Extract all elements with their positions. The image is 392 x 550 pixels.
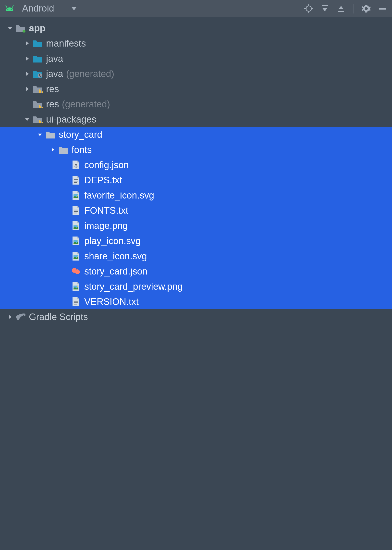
svg-point-3	[11, 9, 12, 10]
tree-node-java[interactable]: java	[0, 51, 392, 66]
svg-rect-11	[379, 8, 386, 10]
chevron-down-icon[interactable]	[35, 132, 45, 138]
tree-node-play-icon-svg[interactable]: play_icon.svg	[0, 233, 392, 249]
figma-file-icon	[71, 266, 81, 277]
tree-node-story-card[interactable]: story_card	[0, 127, 392, 142]
tree-node-res[interactable]: res	[0, 81, 392, 97]
tree-node-config-json[interactable]: {} config.json	[0, 157, 392, 173]
tree-node-app[interactable]: app	[0, 21, 392, 36]
chevron-right-icon[interactable]	[48, 147, 58, 153]
tree-node-res-generated[interactable]: res (generated)	[0, 97, 392, 112]
svg-point-2	[7, 9, 8, 10]
chevron-right-icon[interactable]	[22, 71, 32, 77]
image-file-icon	[71, 190, 81, 201]
tree-label: java	[46, 69, 63, 79]
text-file-icon	[71, 205, 81, 216]
svg-rect-18	[40, 106, 41, 108]
svg-rect-17	[39, 105, 40, 108]
folder-icon	[32, 53, 43, 64]
chevron-down-icon[interactable]	[5, 25, 15, 31]
text-file-icon	[71, 175, 81, 186]
svg-text:{}: {}	[74, 163, 78, 168]
tree-label: story_card.json	[84, 266, 147, 277]
tree-node-gradle-scripts[interactable]: Gradle Scripts	[0, 309, 392, 325]
svg-point-37	[77, 256, 78, 257]
tree-label: FONTS.txt	[84, 205, 128, 216]
generated-folder-icon	[32, 68, 43, 79]
toolbar-left: Android	[5, 3, 304, 14]
tree-label: share_icon.svg	[84, 251, 147, 262]
svg-rect-16	[42, 91, 43, 93]
tree-node-fonts-txt[interactable]: FONTS.txt	[0, 203, 392, 218]
tree-node-deps-txt[interactable]: DEPS.txt	[0, 173, 392, 188]
tree-label: fonts	[72, 145, 92, 155]
tree-node-story-card-preview-png[interactable]: story_card_preview.png	[0, 279, 392, 294]
tree-node-favorite-icon-svg[interactable]: favorite_icon.svg	[0, 188, 392, 203]
json-file-icon: {}	[71, 160, 81, 170]
svg-point-41	[77, 286, 78, 287]
chevron-down-icon[interactable]	[22, 116, 32, 122]
svg-point-45	[22, 317, 23, 318]
text-file-icon	[71, 296, 81, 307]
tree-suffix: (generated)	[62, 99, 110, 110]
tree-label: image.png	[84, 221, 128, 231]
svg-rect-22	[42, 122, 43, 123]
svg-point-35	[77, 240, 78, 241]
folder-icon	[58, 144, 69, 155]
tree-label: ui-packages	[46, 114, 96, 125]
image-file-icon	[71, 220, 81, 231]
tree-node-share-icon-svg[interactable]: share_icon.svg	[0, 249, 392, 264]
toolbar-separator	[354, 4, 354, 13]
svg-point-28	[77, 195, 78, 196]
project-tree: app manifests java	[0, 17, 392, 325]
svg-point-39	[75, 269, 80, 274]
svg-line-1	[12, 5, 13, 7]
tree-node-image-png[interactable]: image.png	[0, 218, 392, 233]
project-toolbar: Android	[0, 0, 392, 17]
chevron-right-icon[interactable]	[22, 86, 32, 92]
chevron-right-icon[interactable]	[22, 40, 32, 46]
chevron-placeholder	[22, 101, 32, 107]
tree-node-java-generated[interactable]: java (generated)	[0, 66, 392, 81]
collapse-down-icon[interactable]	[320, 4, 330, 13]
folder-icon	[45, 129, 56, 140]
tree-label: res	[46, 84, 59, 94]
tree-label: res	[46, 99, 59, 110]
tree-node-fonts[interactable]: fonts	[0, 142, 392, 157]
tree-node-story-card-json[interactable]: story_card.json	[0, 264, 392, 279]
tree-node-version-txt[interactable]: VERSION.txt	[0, 294, 392, 309]
tree-label: manifests	[46, 38, 86, 49]
svg-line-0	[6, 5, 7, 7]
svg-point-33	[77, 225, 78, 226]
tree-node-manifests[interactable]: manifests	[0, 36, 392, 51]
image-file-icon	[71, 251, 81, 262]
svg-rect-20	[39, 120, 40, 123]
tree-label: story_card_preview.png	[84, 281, 183, 292]
view-selector-label[interactable]: Android	[22, 3, 54, 14]
dropdown-triangle-icon[interactable]	[69, 4, 79, 13]
resource-folder-icon	[32, 114, 43, 125]
tree-node-ui-packages[interactable]: ui-packages	[0, 112, 392, 127]
tree-label: favorite_icon.svg	[84, 190, 154, 201]
folder-icon	[32, 38, 43, 49]
gear-icon[interactable]	[362, 4, 371, 13]
minimize-icon[interactable]	[378, 4, 387, 13]
tree-label: Gradle Scripts	[29, 312, 88, 322]
android-icon	[5, 4, 14, 13]
tree-label: app	[29, 23, 46, 34]
tree-label: config.json	[84, 160, 129, 170]
svg-rect-9	[322, 5, 328, 6]
resource-folder-icon	[32, 84, 43, 94]
tree-label: play_icon.svg	[84, 236, 141, 246]
chevron-right-icon[interactable]	[22, 56, 32, 62]
collapse-up-icon[interactable]	[336, 4, 346, 13]
svg-rect-10	[338, 11, 344, 12]
toolbar-right	[304, 4, 387, 13]
target-icon[interactable]	[304, 4, 313, 13]
resource-folder-icon	[32, 99, 43, 110]
chevron-right-icon[interactable]	[5, 314, 15, 320]
svg-rect-15	[40, 90, 41, 93]
tree-label: java	[46, 53, 63, 64]
svg-rect-21	[40, 121, 41, 123]
svg-point-4	[306, 6, 311, 11]
